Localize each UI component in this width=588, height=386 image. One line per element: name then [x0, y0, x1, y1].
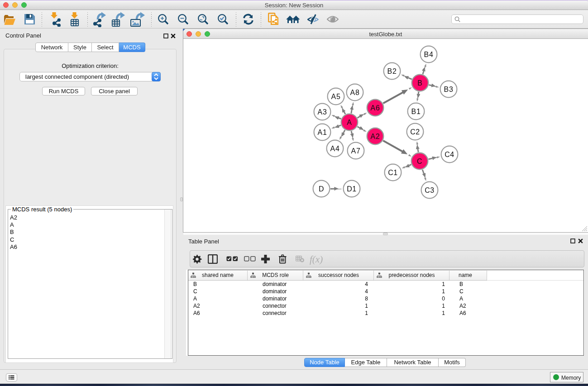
svg-text:A7: A7	[351, 147, 361, 155]
svg-text:B2: B2	[387, 67, 397, 75]
svg-text:A5: A5	[331, 93, 341, 100]
svg-text:C: C	[417, 157, 422, 165]
svg-text:D: D	[319, 185, 324, 193]
svg-text:A2: A2	[371, 133, 380, 140]
svg-text:B: B	[417, 79, 422, 87]
svg-text:C2: C2	[410, 128, 420, 136]
svg-text:D1: D1	[347, 185, 357, 193]
svg-text:A6: A6	[371, 104, 380, 112]
svg-text:B1: B1	[411, 108, 421, 115]
svg-text:C1: C1	[388, 169, 398, 176]
svg-text:A1: A1	[318, 129, 327, 136]
svg-text:C4: C4	[445, 151, 454, 158]
svg-text:B4: B4	[424, 51, 434, 58]
svg-text:A4: A4	[330, 145, 340, 152]
svg-text:A8: A8	[350, 89, 360, 96]
svg-text:B3: B3	[444, 86, 454, 93]
svg-text:C3: C3	[425, 186, 435, 194]
svg-text:A3: A3	[318, 108, 327, 116]
svg-text:A: A	[347, 119, 352, 126]
